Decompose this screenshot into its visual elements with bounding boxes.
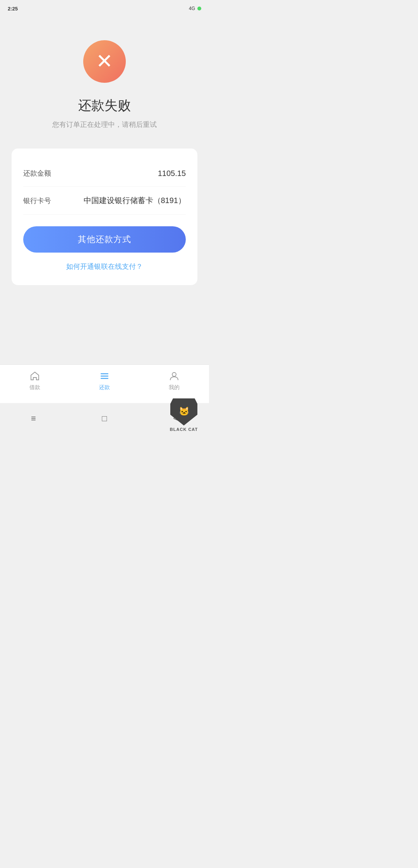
- home-button[interactable]: □: [102, 413, 107, 424]
- status-right: 4G: [189, 6, 201, 11]
- status-bar: 2:25 4G: [0, 0, 209, 17]
- black-cat-logo: 🐱 BLACK CAT: [159, 384, 209, 434]
- signal-indicator: 4G: [189, 6, 195, 11]
- svg-rect-1: [101, 376, 108, 377]
- error-icon: ✕: [83, 40, 126, 83]
- page-subtitle: 您有订单正在处理中，请稍后重试: [52, 120, 157, 129]
- bank-card-row: 银行卡号 中国建设银行储蓄卡（8191）: [23, 187, 186, 215]
- black-cat-shield-icon: 🐱: [170, 398, 197, 425]
- svg-rect-2: [101, 378, 108, 379]
- system-nav-bar: ≡ □ < 🐱 BLACK CAT: [0, 403, 209, 434]
- amount-row: 还款金额 1105.15: [23, 160, 186, 187]
- main-content: ✕ 还款失败 您有订单正在处理中，请稍后重试 还款金额 1105.15 银行卡号…: [0, 17, 209, 364]
- home-icon: [29, 370, 41, 382]
- unionpay-link[interactable]: 如何开通银联在线支付？: [23, 262, 186, 271]
- black-cat-text: BLACK CAT: [170, 427, 198, 432]
- amount-label: 还款金额: [23, 169, 51, 178]
- list-icon: [99, 370, 110, 382]
- svg-rect-0: [101, 373, 108, 374]
- svg-text:🐱: 🐱: [179, 406, 190, 417]
- tab-repay[interactable]: 还款: [70, 370, 139, 391]
- svg-point-3: [172, 372, 176, 376]
- amount-value: 1105.15: [158, 169, 186, 178]
- bank-value: 中国建设银行储蓄卡（8191）: [84, 195, 186, 206]
- page-title: 还款失败: [78, 97, 131, 114]
- user-icon: [168, 370, 180, 382]
- tab-repay-label: 还款: [99, 384, 110, 391]
- menu-button[interactable]: ≡: [31, 413, 36, 424]
- tab-borrow-label: 借款: [29, 384, 40, 391]
- bank-label: 银行卡号: [23, 196, 51, 205]
- x-icon: ✕: [96, 51, 113, 71]
- status-time: 2:25: [8, 6, 18, 12]
- tab-borrow[interactable]: 借款: [0, 370, 70, 391]
- battery-indicator: [197, 7, 201, 10]
- payment-card: 还款金额 1105.15 银行卡号 中国建设银行储蓄卡（8191） 其他还款方式…: [12, 149, 197, 285]
- other-payment-button[interactable]: 其他还款方式: [23, 226, 186, 253]
